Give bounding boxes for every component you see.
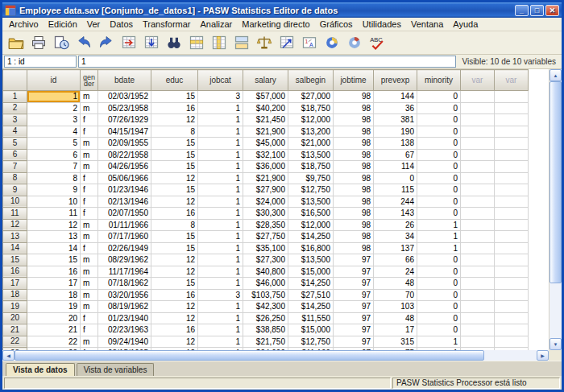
cell[interactable]: 315 xyxy=(374,336,417,348)
tab-vista-de-datos[interactable]: Vista de datos xyxy=(6,363,75,376)
cell[interactable]: m xyxy=(81,254,98,266)
use-variable-sets-button[interactable] xyxy=(321,33,342,53)
cell[interactable] xyxy=(461,312,495,324)
vertical-scrollbar[interactable]: ▲ ▼ xyxy=(549,69,562,350)
cell[interactable]: 1 xyxy=(198,184,243,196)
cell[interactable]: f xyxy=(81,196,98,208)
cell[interactable]: 97 xyxy=(334,324,374,336)
menu-edici-n[interactable]: Edición xyxy=(44,19,82,30)
cell[interactable]: f xyxy=(81,114,98,126)
row-header-9[interactable]: 9 xyxy=(3,184,27,196)
cell[interactable]: $16,800 xyxy=(288,242,334,254)
cell[interactable] xyxy=(461,126,495,138)
row-header-12[interactable]: 12 xyxy=(3,219,27,231)
cell[interactable]: 4 xyxy=(27,126,81,138)
cell[interactable]: m xyxy=(81,278,98,290)
cell[interactable]: 20 xyxy=(27,312,81,324)
cell[interactable]: 48 xyxy=(374,278,417,290)
cell[interactable]: $15,000 xyxy=(288,324,334,336)
undo-button[interactable] xyxy=(73,33,94,53)
cell[interactable] xyxy=(495,242,529,254)
cell[interactable]: f xyxy=(81,312,98,324)
insert-cases-button[interactable] xyxy=(185,33,207,53)
cell[interactable]: $57,000 xyxy=(243,91,288,103)
value-labels-button[interactable]: 1A xyxy=(298,33,320,53)
cell[interactable]: 98 xyxy=(334,149,374,161)
cell[interactable] xyxy=(461,231,495,243)
cell[interactable]: 98 xyxy=(334,184,374,196)
cell[interactable]: m xyxy=(81,301,98,313)
column-header-var-11[interactable]: var xyxy=(461,70,495,91)
cell[interactable]: $46,000 xyxy=(243,278,288,290)
cell[interactable] xyxy=(495,102,529,114)
cell[interactable]: 1 xyxy=(198,102,243,114)
cell[interactable]: 09/24/1940 xyxy=(98,336,151,348)
cell[interactable]: 98 xyxy=(334,138,374,150)
cell[interactable] xyxy=(495,114,529,126)
cell[interactable]: 98 xyxy=(334,126,374,138)
cell[interactable]: 1 xyxy=(417,231,461,243)
scroll-left-button[interactable]: ◀ xyxy=(2,350,15,361)
cell[interactable] xyxy=(495,278,529,290)
cell[interactable] xyxy=(461,254,495,266)
cell[interactable] xyxy=(495,126,529,138)
cell[interactable]: 04/26/1956 xyxy=(98,161,151,173)
cell[interactable]: 12 xyxy=(151,254,198,266)
cell[interactable]: 1 xyxy=(198,149,243,161)
cell[interactable] xyxy=(495,184,529,196)
menu-gr-ficos[interactable]: Gráficos xyxy=(315,19,358,30)
cell[interactable]: 07/26/1929 xyxy=(98,114,151,126)
cell[interactable]: 98 xyxy=(334,102,374,114)
cell[interactable]: 12 xyxy=(151,336,198,348)
cell[interactable] xyxy=(461,149,495,161)
cell[interactable]: 97 xyxy=(334,301,374,313)
cell[interactable]: 103 xyxy=(374,301,417,313)
cell[interactable]: m xyxy=(81,289,98,301)
cell[interactable]: 17 xyxy=(27,278,81,290)
cell[interactable] xyxy=(461,102,495,114)
tab-vista-de-variables[interactable]: Vista de variables xyxy=(77,363,155,376)
cell[interactable] xyxy=(495,324,529,336)
cell[interactable]: 12 xyxy=(151,301,198,313)
cell[interactable]: 7 xyxy=(27,161,81,173)
cell[interactable]: $18,750 xyxy=(288,102,334,114)
cell[interactable]: f xyxy=(81,172,98,184)
row-header-22[interactable]: 22 xyxy=(3,336,27,348)
cell[interactable]: 97 xyxy=(334,266,374,278)
row-header-6[interactable]: 6 xyxy=(3,149,27,161)
row-header-3[interactable]: 3 xyxy=(3,114,27,126)
menu-utilidades[interactable]: Utilidades xyxy=(358,19,406,30)
cell[interactable]: $38,850 xyxy=(243,324,288,336)
cell[interactable] xyxy=(461,289,495,301)
menu-marketing-directo[interactable]: Marketing directo xyxy=(237,19,314,30)
cell[interactable]: $9,750 xyxy=(288,172,334,184)
cell[interactable]: $42,300 xyxy=(243,301,288,313)
row-header-5[interactable]: 5 xyxy=(3,138,27,150)
cell[interactable]: $27,300 xyxy=(243,254,288,266)
row-header-1[interactable]: 1 xyxy=(3,91,27,103)
cell[interactable]: 0 xyxy=(417,266,461,278)
cell[interactable]: 14 xyxy=(27,242,81,254)
menu-ayuda[interactable]: Ayuda xyxy=(448,19,483,30)
recall-dialogs-button[interactable] xyxy=(50,33,72,53)
cell[interactable]: 8 xyxy=(151,219,198,231)
cell[interactable]: $40,200 xyxy=(243,102,288,114)
cell[interactable]: $21,450 xyxy=(243,114,288,126)
cell[interactable]: 1 xyxy=(198,242,243,254)
select-all-corner[interactable] xyxy=(3,70,27,91)
menu-datos[interactable]: Datos xyxy=(105,19,138,30)
row-header-8[interactable]: 8 xyxy=(3,172,27,184)
horizontal-scrollbar[interactable]: ◀ ▶ xyxy=(2,350,549,361)
cell[interactable]: m xyxy=(81,266,98,278)
cell[interactable]: 1 xyxy=(198,231,243,243)
column-header-id[interactable]: id xyxy=(27,70,81,91)
menu-transformar[interactable]: Transformar xyxy=(138,19,196,30)
cell[interactable] xyxy=(495,219,529,231)
close-button[interactable]: ✕ xyxy=(545,5,559,16)
goto-case-button[interactable] xyxy=(118,33,139,53)
cell[interactable]: 0 xyxy=(417,184,461,196)
cell[interactable]: 02/03/1952 xyxy=(98,91,151,103)
cell[interactable] xyxy=(495,312,529,324)
cell[interactable]: 10 xyxy=(27,196,81,208)
cell[interactable]: 01/11/1966 xyxy=(98,219,151,231)
